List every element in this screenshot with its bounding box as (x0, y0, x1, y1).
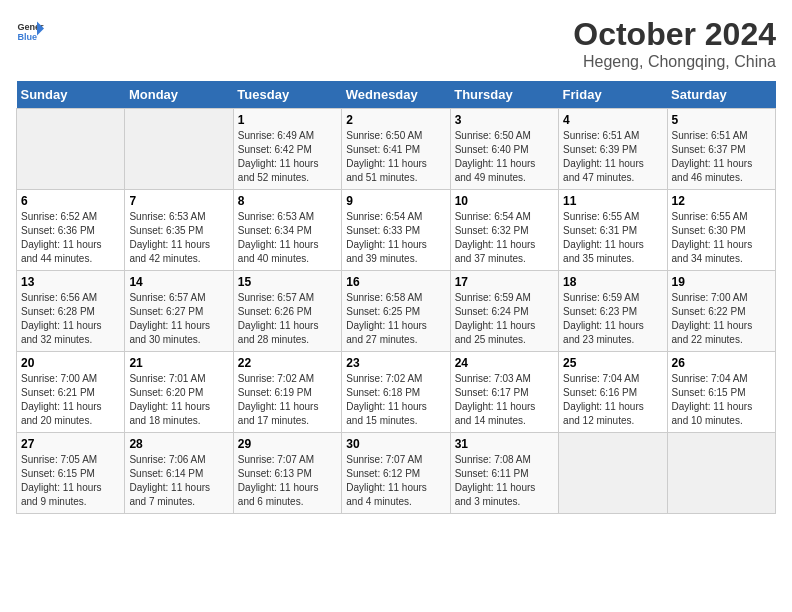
day-number: 18 (563, 275, 662, 289)
day-cell: 1Sunrise: 6:49 AM Sunset: 6:42 PM Daylig… (233, 109, 341, 190)
day-number: 20 (21, 356, 120, 370)
calendar-header: SundayMondayTuesdayWednesdayThursdayFrid… (17, 81, 776, 109)
day-number: 22 (238, 356, 337, 370)
calendar-body: 1Sunrise: 6:49 AM Sunset: 6:42 PM Daylig… (17, 109, 776, 514)
day-cell: 28Sunrise: 7:06 AM Sunset: 6:14 PM Dayli… (125, 433, 233, 514)
day-number: 12 (672, 194, 771, 208)
day-number: 15 (238, 275, 337, 289)
day-number: 31 (455, 437, 554, 451)
day-cell: 31Sunrise: 7:08 AM Sunset: 6:11 PM Dayli… (450, 433, 558, 514)
day-cell: 24Sunrise: 7:03 AM Sunset: 6:17 PM Dayli… (450, 352, 558, 433)
week-row-5: 27Sunrise: 7:05 AM Sunset: 6:15 PM Dayli… (17, 433, 776, 514)
day-detail: Sunrise: 6:59 AM Sunset: 6:23 PM Dayligh… (563, 291, 662, 347)
day-number: 25 (563, 356, 662, 370)
day-number: 28 (129, 437, 228, 451)
day-detail: Sunrise: 6:53 AM Sunset: 6:35 PM Dayligh… (129, 210, 228, 266)
day-number: 2 (346, 113, 445, 127)
weekday-header-wednesday: Wednesday (342, 81, 450, 109)
day-cell: 18Sunrise: 6:59 AM Sunset: 6:23 PM Dayli… (559, 271, 667, 352)
day-detail: Sunrise: 6:50 AM Sunset: 6:40 PM Dayligh… (455, 129, 554, 185)
day-detail: Sunrise: 7:06 AM Sunset: 6:14 PM Dayligh… (129, 453, 228, 509)
day-cell: 30Sunrise: 7:07 AM Sunset: 6:12 PM Dayli… (342, 433, 450, 514)
day-number: 27 (21, 437, 120, 451)
day-detail: Sunrise: 7:02 AM Sunset: 6:19 PM Dayligh… (238, 372, 337, 428)
day-detail: Sunrise: 6:57 AM Sunset: 6:27 PM Dayligh… (129, 291, 228, 347)
weekday-header-row: SundayMondayTuesdayWednesdayThursdayFrid… (17, 81, 776, 109)
day-detail: Sunrise: 6:59 AM Sunset: 6:24 PM Dayligh… (455, 291, 554, 347)
day-number: 9 (346, 194, 445, 208)
day-number: 29 (238, 437, 337, 451)
day-number: 16 (346, 275, 445, 289)
day-cell: 22Sunrise: 7:02 AM Sunset: 6:19 PM Dayli… (233, 352, 341, 433)
day-number: 8 (238, 194, 337, 208)
day-detail: Sunrise: 7:08 AM Sunset: 6:11 PM Dayligh… (455, 453, 554, 509)
day-cell (559, 433, 667, 514)
day-cell: 17Sunrise: 6:59 AM Sunset: 6:24 PM Dayli… (450, 271, 558, 352)
weekday-header-monday: Monday (125, 81, 233, 109)
day-detail: Sunrise: 7:01 AM Sunset: 6:20 PM Dayligh… (129, 372, 228, 428)
day-cell: 13Sunrise: 6:56 AM Sunset: 6:28 PM Dayli… (17, 271, 125, 352)
title-area: October 2024 Hegeng, Chongqing, China (573, 16, 776, 71)
day-cell (125, 109, 233, 190)
week-row-2: 6Sunrise: 6:52 AM Sunset: 6:36 PM Daylig… (17, 190, 776, 271)
day-detail: Sunrise: 7:05 AM Sunset: 6:15 PM Dayligh… (21, 453, 120, 509)
week-row-3: 13Sunrise: 6:56 AM Sunset: 6:28 PM Dayli… (17, 271, 776, 352)
day-detail: Sunrise: 7:04 AM Sunset: 6:16 PM Dayligh… (563, 372, 662, 428)
day-detail: Sunrise: 6:58 AM Sunset: 6:25 PM Dayligh… (346, 291, 445, 347)
week-row-4: 20Sunrise: 7:00 AM Sunset: 6:21 PM Dayli… (17, 352, 776, 433)
day-cell (17, 109, 125, 190)
day-number: 21 (129, 356, 228, 370)
day-detail: Sunrise: 6:55 AM Sunset: 6:30 PM Dayligh… (672, 210, 771, 266)
day-detail: Sunrise: 6:50 AM Sunset: 6:41 PM Dayligh… (346, 129, 445, 185)
header: General Blue October 2024 Hegeng, Chongq… (16, 16, 776, 71)
main-title: October 2024 (573, 16, 776, 53)
day-detail: Sunrise: 6:51 AM Sunset: 6:37 PM Dayligh… (672, 129, 771, 185)
day-number: 7 (129, 194, 228, 208)
day-cell: 12Sunrise: 6:55 AM Sunset: 6:30 PM Dayli… (667, 190, 775, 271)
day-number: 14 (129, 275, 228, 289)
weekday-header-sunday: Sunday (17, 81, 125, 109)
weekday-header-saturday: Saturday (667, 81, 775, 109)
day-detail: Sunrise: 6:54 AM Sunset: 6:33 PM Dayligh… (346, 210, 445, 266)
day-number: 24 (455, 356, 554, 370)
week-row-1: 1Sunrise: 6:49 AM Sunset: 6:42 PM Daylig… (17, 109, 776, 190)
day-cell: 5Sunrise: 6:51 AM Sunset: 6:37 PM Daylig… (667, 109, 775, 190)
day-cell: 16Sunrise: 6:58 AM Sunset: 6:25 PM Dayli… (342, 271, 450, 352)
day-detail: Sunrise: 6:52 AM Sunset: 6:36 PM Dayligh… (21, 210, 120, 266)
day-cell: 26Sunrise: 7:04 AM Sunset: 6:15 PM Dayli… (667, 352, 775, 433)
logo-icon: General Blue (16, 16, 44, 44)
day-cell: 9Sunrise: 6:54 AM Sunset: 6:33 PM Daylig… (342, 190, 450, 271)
day-number: 26 (672, 356, 771, 370)
day-cell: 3Sunrise: 6:50 AM Sunset: 6:40 PM Daylig… (450, 109, 558, 190)
day-number: 17 (455, 275, 554, 289)
day-cell: 4Sunrise: 6:51 AM Sunset: 6:39 PM Daylig… (559, 109, 667, 190)
day-cell: 8Sunrise: 6:53 AM Sunset: 6:34 PM Daylig… (233, 190, 341, 271)
day-cell: 27Sunrise: 7:05 AM Sunset: 6:15 PM Dayli… (17, 433, 125, 514)
day-detail: Sunrise: 6:56 AM Sunset: 6:28 PM Dayligh… (21, 291, 120, 347)
day-cell: 23Sunrise: 7:02 AM Sunset: 6:18 PM Dayli… (342, 352, 450, 433)
sub-title: Hegeng, Chongqing, China (573, 53, 776, 71)
day-number: 6 (21, 194, 120, 208)
day-cell: 7Sunrise: 6:53 AM Sunset: 6:35 PM Daylig… (125, 190, 233, 271)
day-detail: Sunrise: 6:49 AM Sunset: 6:42 PM Dayligh… (238, 129, 337, 185)
day-number: 10 (455, 194, 554, 208)
day-number: 13 (21, 275, 120, 289)
day-detail: Sunrise: 7:00 AM Sunset: 6:22 PM Dayligh… (672, 291, 771, 347)
day-cell: 2Sunrise: 6:50 AM Sunset: 6:41 PM Daylig… (342, 109, 450, 190)
day-detail: Sunrise: 6:54 AM Sunset: 6:32 PM Dayligh… (455, 210, 554, 266)
day-number: 5 (672, 113, 771, 127)
day-detail: Sunrise: 6:57 AM Sunset: 6:26 PM Dayligh… (238, 291, 337, 347)
day-cell: 20Sunrise: 7:00 AM Sunset: 6:21 PM Dayli… (17, 352, 125, 433)
day-number: 3 (455, 113, 554, 127)
day-number: 23 (346, 356, 445, 370)
day-detail: Sunrise: 6:53 AM Sunset: 6:34 PM Dayligh… (238, 210, 337, 266)
day-cell: 29Sunrise: 7:07 AM Sunset: 6:13 PM Dayli… (233, 433, 341, 514)
day-number: 19 (672, 275, 771, 289)
day-detail: Sunrise: 6:51 AM Sunset: 6:39 PM Dayligh… (563, 129, 662, 185)
day-detail: Sunrise: 7:00 AM Sunset: 6:21 PM Dayligh… (21, 372, 120, 428)
day-cell: 14Sunrise: 6:57 AM Sunset: 6:27 PM Dayli… (125, 271, 233, 352)
weekday-header-friday: Friday (559, 81, 667, 109)
day-cell: 25Sunrise: 7:04 AM Sunset: 6:16 PM Dayli… (559, 352, 667, 433)
day-number: 4 (563, 113, 662, 127)
calendar-table: SundayMondayTuesdayWednesdayThursdayFrid… (16, 81, 776, 514)
